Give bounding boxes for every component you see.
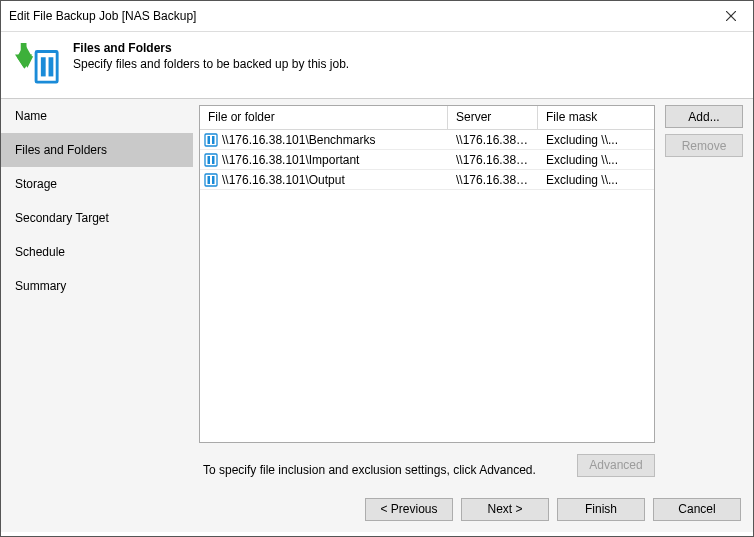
window-title: Edit File Backup Job [NAS Backup]	[9, 9, 708, 23]
table-row[interactable]: \\176.16.38.101\Output\\176.16.38.1...Ex…	[200, 170, 654, 190]
sidebar-item-secondary-target[interactable]: Secondary Target	[1, 201, 193, 235]
column-header-server[interactable]: Server	[448, 106, 538, 129]
svg-rect-7	[212, 136, 215, 144]
cancel-button[interactable]: Cancel	[653, 498, 741, 521]
add-button[interactable]: Add...	[665, 105, 743, 128]
files-table: File or folder Server File mask \\176.16…	[199, 105, 655, 443]
table-row[interactable]: \\176.16.38.101\Benchmarks\\176.16.38.1.…	[200, 130, 654, 150]
svg-rect-12	[208, 176, 211, 184]
hint-text: To specify file inclusion and exclusion …	[201, 453, 538, 477]
nas-share-icon	[204, 173, 218, 187]
sidebar-item-storage[interactable]: Storage	[1, 167, 193, 201]
svg-rect-4	[49, 57, 54, 76]
side-buttons: Add... Remove	[665, 105, 743, 480]
advanced-button[interactable]: Advanced	[577, 454, 655, 477]
table-header: File or folder Server File mask	[200, 106, 654, 130]
cell-mask: Excluding \\...	[538, 131, 654, 149]
wizard-footer: < Previous Next > Finish Cancel	[1, 486, 753, 532]
nas-share-icon	[204, 133, 218, 147]
svg-rect-11	[205, 174, 217, 186]
sidebar-item-schedule[interactable]: Schedule	[1, 235, 193, 269]
remove-button[interactable]: Remove	[665, 134, 743, 157]
wizard-steps-sidebar: Name Files and Folders Storage Secondary…	[1, 99, 193, 486]
svg-rect-13	[212, 176, 215, 184]
column-header-path[interactable]: File or folder	[200, 106, 448, 129]
title-bar: Edit File Backup Job [NAS Backup]	[1, 1, 753, 32]
sidebar-item-name[interactable]: Name	[1, 99, 193, 133]
header-subtitle: Specify files and folders to be backed u…	[73, 57, 349, 71]
svg-rect-10	[212, 156, 215, 164]
nas-share-icon	[204, 153, 218, 167]
cell-server: \\176.16.38.1...	[448, 171, 538, 189]
svg-rect-9	[208, 156, 211, 164]
page-header: Files and Folders Specify files and fold…	[1, 32, 753, 99]
svg-rect-6	[208, 136, 211, 144]
sidebar-item-summary[interactable]: Summary	[1, 269, 193, 303]
sidebar-item-files-and-folders[interactable]: Files and Folders	[1, 133, 193, 167]
table-row[interactable]: \\176.16.38.101\Important\\176.16.38.1..…	[200, 150, 654, 170]
content-area: File or folder Server File mask \\176.16…	[193, 99, 753, 486]
cell-path: \\176.16.38.101\Benchmarks	[222, 133, 375, 147]
cell-mask: Excluding \\...	[538, 171, 654, 189]
files-folders-icon	[15, 40, 61, 86]
finish-button[interactable]: Finish	[557, 498, 645, 521]
cell-server: \\176.16.38.1...	[448, 151, 538, 169]
header-title: Files and Folders	[73, 41, 349, 55]
close-icon	[726, 11, 736, 21]
next-button[interactable]: Next >	[461, 498, 549, 521]
close-button[interactable]	[708, 1, 753, 31]
svg-rect-8	[205, 154, 217, 166]
column-header-mask[interactable]: File mask	[538, 106, 654, 129]
cell-path: \\176.16.38.101\Important	[222, 153, 359, 167]
cell-path: \\176.16.38.101\Output	[222, 173, 345, 187]
svg-rect-5	[205, 134, 217, 146]
cell-server: \\176.16.38.1...	[448, 131, 538, 149]
previous-button[interactable]: < Previous	[365, 498, 453, 521]
svg-rect-2	[36, 52, 57, 83]
svg-rect-3	[41, 57, 46, 76]
cell-mask: Excluding \\...	[538, 151, 654, 169]
wizard-body: Name Files and Folders Storage Secondary…	[1, 99, 753, 486]
